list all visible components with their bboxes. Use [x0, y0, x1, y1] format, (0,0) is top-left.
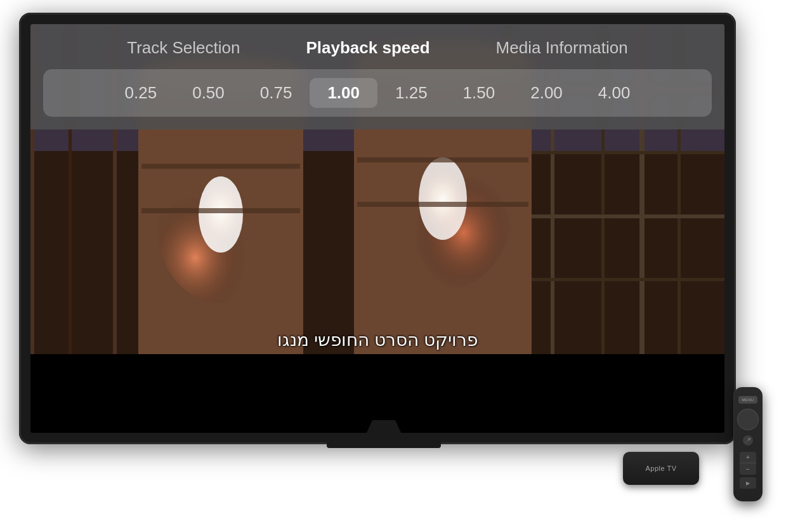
stand-base — [327, 437, 441, 448]
speed-1.25[interactable]: 1.25 — [377, 78, 445, 108]
remote-body: MENU 🎤 + − ▶ — [733, 387, 763, 501]
tv-bezel: פרויקט הסרט החופשי מנגו Track Selection … — [19, 13, 736, 444]
remote-menu-button[interactable]: MENU — [738, 396, 757, 404]
speed-2.00[interactable]: 2.00 — [513, 78, 580, 108]
speed-1.50[interactable]: 1.50 — [445, 78, 513, 108]
speed-4.00[interactable]: 4.00 — [580, 78, 648, 108]
remote-mic-button[interactable]: 🎤 — [743, 435, 753, 446]
speed-0.75[interactable]: 0.75 — [242, 78, 310, 108]
apple-tv-remote: MENU 🎤 + − ▶ — [733, 387, 763, 501]
speed-1.00[interactable]: 1.00 — [310, 78, 377, 108]
speed-0.25[interactable]: 0.25 — [107, 78, 175, 108]
remote-play-button[interactable]: ▶ — [740, 477, 756, 489]
tv-stand — [327, 420, 441, 448]
svg-rect-31 — [357, 157, 528, 162]
main-scene: פרויקט הסרט החופשי מנגו Track Selection … — [0, 0, 812, 528]
svg-rect-29 — [141, 208, 300, 213]
svg-point-25 — [199, 176, 243, 253]
svg-rect-32 — [357, 202, 528, 207]
tab-playback-speed[interactable]: Playback speed — [273, 38, 462, 58]
tab-track-selection[interactable]: Track Selection — [94, 38, 273, 58]
speed-selector: 0.25 0.50 0.75 1.00 1.25 1.50 2.00 4.00 — [43, 69, 712, 117]
apple-tv-device: Apple TV — [623, 452, 699, 485]
tv-screen: פרויקט הסרט החופשי מנגו Track Selection … — [30, 24, 724, 433]
subtitle-text: פרויקט הסרט החופשי מנגו — [277, 329, 477, 350]
remote-volume-down-button[interactable]: − — [740, 463, 756, 475]
remote-volume-up-button[interactable]: + — [740, 452, 756, 463]
apple-tv-logo: Apple TV — [645, 465, 676, 472]
tv-unit: פרויקט הסרט החופשי מנגו Track Selection … — [19, 13, 749, 470]
stand-neck — [365, 420, 403, 437]
svg-rect-28 — [141, 164, 300, 169]
overlay-menu: Track Selection Playback speed Media Inf… — [30, 24, 724, 129]
menu-tabs: Track Selection Playback speed Media Inf… — [30, 24, 724, 69]
tab-media-information[interactable]: Media Information — [463, 38, 661, 58]
remote-touchpad[interactable] — [737, 409, 759, 430]
speed-0.50[interactable]: 0.50 — [174, 78, 242, 108]
svg-point-26 — [419, 157, 467, 240]
